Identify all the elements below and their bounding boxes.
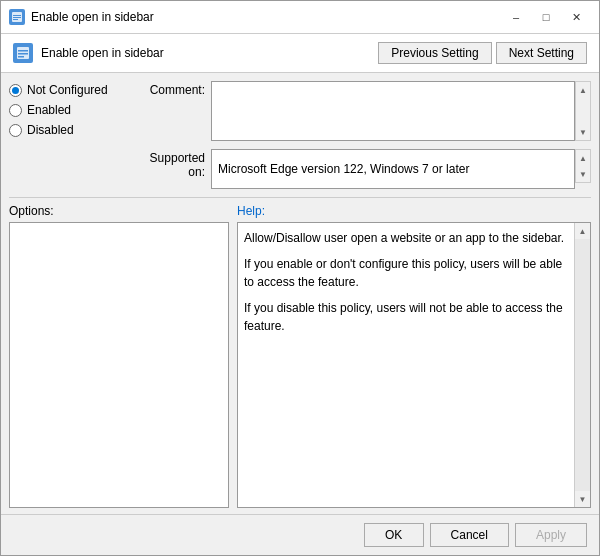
maximize-button[interactable]: □ <box>531 7 561 27</box>
scroll-up-supported[interactable]: ▲ <box>576 150 590 166</box>
footer: OK Cancel Apply <box>1 514 599 555</box>
radio-circle-enabled <box>9 104 22 117</box>
ok-button[interactable]: OK <box>364 523 424 547</box>
comment-label: Comment: <box>131 81 211 141</box>
svg-rect-1 <box>13 15 21 16</box>
title-controls: – □ ✕ <box>501 7 591 27</box>
help-line2: If you enable or don't configure this po… <box>244 255 568 291</box>
radio-circle-disabled <box>9 124 22 137</box>
supported-scrollbar[interactable]: ▲ ▼ <box>575 149 591 183</box>
main-window: Enable open in sidebar – □ ✕ Enable open… <box>0 0 600 556</box>
radio-label-disabled: Disabled <box>27 123 74 137</box>
radio-label-not-configured: Not Configured <box>27 83 108 97</box>
scroll-down-comment[interactable]: ▼ <box>576 124 590 140</box>
nav-buttons: Previous Setting Next Setting <box>378 42 587 64</box>
comment-scrollbar[interactable]: ▲ ▼ <box>575 81 591 141</box>
header-title: Enable open in sidebar <box>41 46 164 60</box>
window-header: Enable open in sidebar Previous Setting … <box>1 34 599 73</box>
close-button[interactable]: ✕ <box>561 7 591 27</box>
scroll-down-supported[interactable]: ▼ <box>576 166 590 182</box>
minimize-button[interactable]: – <box>501 7 531 27</box>
radio-not-configured[interactable]: Not Configured <box>9 83 123 97</box>
radio-group: Not Configured Enabled Disabled <box>9 83 123 137</box>
help-box: Allow/Disallow user open a website or an… <box>238 223 574 507</box>
right-panel: Comment: ▲ ▼ Supported on: Microsoft Edg… <box>131 73 599 197</box>
options-label: Options: <box>9 204 229 218</box>
comment-section: Comment: ▲ ▼ <box>131 73 599 145</box>
svg-rect-7 <box>18 56 24 58</box>
help-line3: If you disable this policy, users will n… <box>244 299 568 335</box>
radio-disabled[interactable]: Disabled <box>9 123 123 137</box>
supported-value: Microsoft Edge version 122, Windows 7 or… <box>211 149 575 189</box>
help-panel: Help: Allow/Disallow user open a website… <box>237 204 591 508</box>
window-title: Enable open in sidebar <box>31 10 495 24</box>
radio-circle-not-configured <box>9 84 22 97</box>
header-left: Enable open in sidebar <box>13 43 164 63</box>
top-section: Not Configured Enabled Disabled Comm <box>1 73 599 197</box>
header-icon <box>13 43 33 63</box>
svg-rect-3 <box>13 19 18 20</box>
content-area: Not Configured Enabled Disabled Comm <box>1 73 599 514</box>
previous-setting-button[interactable]: Previous Setting <box>378 42 491 64</box>
scroll-up-help[interactable]: ▲ <box>575 223 590 239</box>
bottom-section: Options: Help: Allow/Disallow user open … <box>1 198 599 514</box>
svg-rect-6 <box>18 53 28 55</box>
help-scrollbar: ▲ ▼ <box>574 223 590 507</box>
scroll-down-help[interactable]: ▼ <box>575 491 590 507</box>
cancel-button[interactable]: Cancel <box>430 523 509 547</box>
help-line1: Allow/Disallow user open a website or an… <box>244 229 568 247</box>
title-bar: Enable open in sidebar – □ ✕ <box>1 1 599 34</box>
help-content-wrapper: Allow/Disallow user open a website or an… <box>237 222 591 508</box>
title-icon <box>9 9 25 25</box>
help-label: Help: <box>237 204 591 218</box>
scroll-up-comment[interactable]: ▲ <box>576 82 590 98</box>
svg-rect-2 <box>13 17 21 18</box>
supported-section: Supported on: Microsoft Edge version 122… <box>131 145 599 197</box>
radio-panel: Not Configured Enabled Disabled <box>1 73 131 197</box>
options-box <box>9 222 229 508</box>
svg-rect-5 <box>18 50 28 52</box>
comment-input[interactable] <box>211 81 575 141</box>
scroll-track-help <box>575 239 590 491</box>
next-setting-button[interactable]: Next Setting <box>496 42 587 64</box>
radio-label-enabled: Enabled <box>27 103 71 117</box>
radio-enabled[interactable]: Enabled <box>9 103 123 117</box>
supported-label: Supported on: <box>131 149 211 179</box>
options-panel: Options: <box>9 204 229 508</box>
apply-button[interactable]: Apply <box>515 523 587 547</box>
